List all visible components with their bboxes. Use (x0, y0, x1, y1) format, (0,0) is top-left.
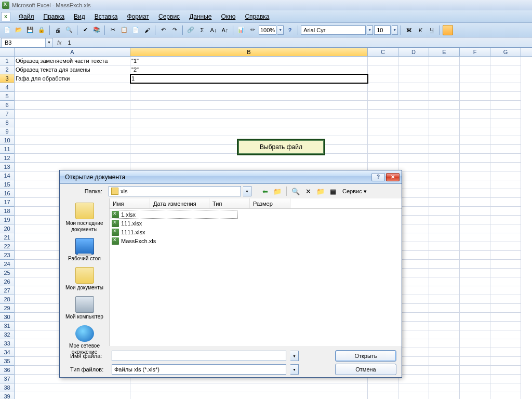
cell[interactable] (460, 163, 490, 171)
new-folder-icon[interactable]: 📁 (315, 186, 326, 196)
cell[interactable] (368, 74, 398, 83)
col-header-C[interactable]: C (368, 48, 398, 56)
cell[interactable] (398, 101, 429, 110)
folder-combo[interactable]: xls (109, 186, 241, 196)
cell[interactable]: "1" (130, 57, 368, 65)
autosum-icon[interactable]: Σ (197, 25, 207, 35)
drawing-icon[interactable]: ✏ (247, 25, 258, 35)
cell[interactable] (15, 383, 130, 392)
cell[interactable] (490, 322, 521, 330)
sidebar-mydocs[interactable]: Мои документы (61, 265, 108, 294)
row-header[interactable]: 21 (0, 233, 15, 242)
col-header-B[interactable]: B (130, 48, 368, 56)
cell[interactable] (460, 295, 490, 304)
cell[interactable] (398, 224, 429, 233)
cell[interactable] (460, 286, 490, 295)
cell[interactable] (460, 180, 490, 189)
list-header-name[interactable]: Имя (110, 198, 150, 208)
row-header[interactable]: 6 (0, 101, 15, 110)
cell[interactable] (368, 57, 398, 65)
row-header[interactable]: 15 (0, 180, 15, 189)
row-header[interactable]: 14 (0, 171, 15, 180)
cell[interactable] (490, 251, 521, 260)
font-combo[interactable]: Arial Cyr (301, 25, 366, 35)
cell[interactable] (398, 392, 429, 399)
row-header[interactable]: 18 (0, 207, 15, 216)
cell[interactable] (398, 198, 429, 207)
cell[interactable] (429, 83, 460, 92)
cell[interactable] (130, 127, 368, 136)
cell[interactable] (429, 127, 460, 136)
row-header[interactable]: 7 (0, 110, 15, 118)
row-header[interactable]: 17 (0, 198, 15, 207)
filetype-dropdown-icon[interactable]: ▼ (290, 364, 299, 375)
filename-dropdown-icon[interactable]: ▼ (290, 351, 299, 361)
cell[interactable] (429, 233, 460, 242)
cell[interactable] (490, 357, 521, 366)
print-icon[interactable]: 🖨 (52, 25, 63, 35)
row-header[interactable]: 37 (0, 375, 15, 383)
cell[interactable] (130, 101, 368, 110)
chart-icon[interactable]: 📊 (236, 25, 246, 35)
cell[interactable] (460, 277, 490, 286)
cell[interactable] (429, 269, 460, 277)
paste-icon[interactable]: 📄 (130, 25, 141, 35)
cell[interactable] (429, 154, 460, 163)
filetype-combo[interactable]: Файлы xls (*.xls*) (112, 364, 286, 375)
menu-view[interactable]: Вид (70, 11, 89, 22)
cell[interactable] (15, 154, 130, 163)
cell[interactable] (429, 251, 460, 260)
cell[interactable] (460, 224, 490, 233)
cell[interactable] (429, 163, 460, 171)
cell[interactable] (429, 313, 460, 322)
cancel-button[interactable]: Отмена (335, 364, 396, 375)
cell[interactable] (368, 92, 398, 101)
cell[interactable] (130, 383, 368, 392)
cell[interactable] (490, 295, 521, 304)
formula-value[interactable]: 1 (66, 39, 73, 46)
cell[interactable] (460, 383, 490, 392)
cell[interactable] (460, 92, 490, 101)
row-header[interactable]: 25 (0, 269, 15, 277)
cell[interactable] (490, 145, 521, 154)
cell[interactable] (368, 127, 398, 136)
cell[interactable] (429, 171, 460, 180)
row-header[interactable]: 35 (0, 357, 15, 366)
permission-icon[interactable]: 🔒 (36, 25, 47, 35)
col-header-D[interactable]: D (398, 48, 429, 56)
cell[interactable] (130, 118, 368, 127)
cell[interactable] (398, 242, 429, 251)
menu-window[interactable]: Окно (217, 11, 240, 22)
row-header[interactable]: 29 (0, 304, 15, 313)
cell[interactable]: "2" (130, 65, 368, 74)
select-file-button[interactable]: Выбрать файл (237, 139, 325, 155)
list-header-type[interactable]: Тип (209, 198, 250, 208)
cell[interactable] (429, 180, 460, 189)
zoom-dropdown-icon[interactable]: ▼ (277, 25, 284, 35)
row-header[interactable]: 1 (0, 57, 15, 65)
cell[interactable] (368, 383, 398, 392)
cell[interactable] (398, 322, 429, 330)
row-header[interactable]: 23 (0, 251, 15, 260)
menu-data[interactable]: Данные (185, 11, 216, 22)
row-header[interactable]: 39 (0, 392, 15, 399)
tools-menu[interactable]: Сервис ▾ (340, 188, 369, 195)
cell[interactable] (398, 207, 429, 216)
col-header-F[interactable]: F (460, 48, 490, 56)
select-all-corner[interactable] (0, 48, 15, 56)
cell[interactable] (460, 313, 490, 322)
row-header[interactable]: 16 (0, 189, 15, 198)
cell[interactable] (429, 207, 460, 216)
cell[interactable] (460, 110, 490, 118)
cell[interactable] (398, 216, 429, 224)
cell[interactable] (460, 74, 490, 83)
cell[interactable] (368, 101, 398, 110)
row-header[interactable]: 5 (0, 92, 15, 101)
row-header[interactable]: 24 (0, 260, 15, 269)
research-icon[interactable]: 📚 (91, 25, 102, 35)
cell[interactable] (460, 207, 490, 216)
cell[interactable]: Образец заменяемой части текста (15, 57, 130, 65)
filename-input[interactable] (112, 351, 286, 361)
sidebar-desktop[interactable]: Рабочий стол (61, 236, 108, 265)
cell[interactable] (490, 57, 521, 65)
